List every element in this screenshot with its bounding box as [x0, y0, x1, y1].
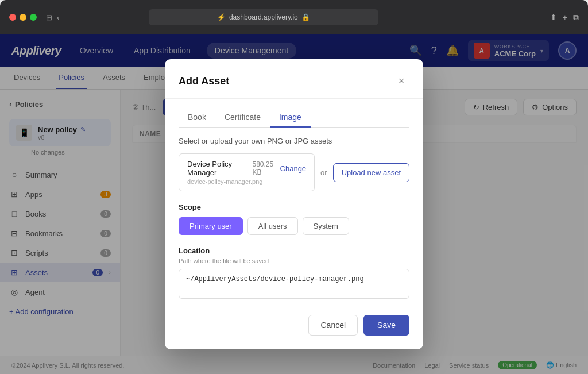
scope-system[interactable]: System [303, 217, 349, 235]
scope-primary-user[interactable]: Primary user [179, 217, 243, 235]
scope-label: Scope [179, 203, 409, 211]
file-input-row: Device Policy Manager 580.25 KB Change d… [179, 153, 409, 191]
traffic-lights [9, 14, 37, 21]
tabs-icon[interactable]: ⧉ [573, 13, 579, 22]
modal-header: Add Asset × [179, 73, 409, 89]
file-size-change: 580.25 KB Change [253, 160, 307, 176]
back-btn[interactable]: ‹ [57, 13, 59, 22]
modal-footer: Cancel Save [179, 315, 409, 336]
file-name: Device Policy Manager [187, 160, 253, 177]
browser-chrome: ⊞ ‹ ⚡ dashboard.applivery.io 🔒 ⬆ + ⧉ [0, 0, 588, 34]
scope-all-users[interactable]: All users [247, 217, 298, 235]
lock-icon: 🔒 [301, 13, 310, 21]
change-link[interactable]: Change [280, 164, 307, 173]
modal-overlay: Add Asset × Book Certificate Image Selec… [0, 34, 588, 374]
browser-actions: ⬆ + ⧉ [550, 13, 579, 22]
file-meta: device-policy-manager.png [187, 178, 306, 185]
file-box: Device Policy Manager 580.25 KB Change d… [179, 153, 315, 191]
location-section: Location Path where the file will be sav… [179, 246, 409, 301]
close-traffic-light[interactable] [9, 14, 16, 21]
url-text: dashboard.applivery.io [229, 13, 298, 21]
cancel-button[interactable]: Cancel [308, 315, 358, 336]
location-input[interactable]: ~/AppliveryAssets/device-policy-manager.… [179, 269, 409, 299]
tab-book[interactable]: Book [179, 108, 215, 128]
address-bar[interactable]: ⚡ dashboard.applivery.io 🔒 [149, 9, 378, 25]
modal-close-button[interactable]: × [393, 73, 409, 89]
upload-new-asset-button[interactable]: Upload new asset [333, 163, 409, 182]
applivery-favicon-icon: ⚡ [217, 13, 226, 21]
scope-section: Scope Primary user All users System [179, 203, 409, 235]
modal-tabs: Book Certificate Image [179, 108, 409, 128]
location-label: Location [179, 246, 409, 255]
location-hint: Path where the file will be saved [179, 257, 409, 264]
share-icon[interactable]: ⬆ [550, 13, 557, 22]
sidebar-toggle-btn[interactable]: ⊞ [46, 13, 52, 22]
add-asset-modal: Add Asset × Book Certificate Image Selec… [165, 59, 423, 349]
tab-image[interactable]: Image [270, 108, 311, 128]
file-size: 580.25 KB [253, 160, 276, 176]
tab-certificate[interactable]: Certificate [215, 108, 270, 128]
maximize-traffic-light[interactable] [30, 14, 37, 21]
browser-nav-controls: ⊞ ‹ [46, 13, 59, 22]
save-button[interactable]: Save [363, 315, 409, 336]
minimize-traffic-light[interactable] [20, 14, 26, 21]
or-text: or [320, 168, 327, 177]
new-tab-icon[interactable]: + [563, 13, 567, 22]
modal-title: Add Asset [179, 75, 229, 87]
modal-description: Select or upload your own PNG or JPG ass… [179, 137, 409, 145]
modal-divider [165, 98, 423, 99]
scope-buttons: Primary user All users System [179, 217, 409, 235]
